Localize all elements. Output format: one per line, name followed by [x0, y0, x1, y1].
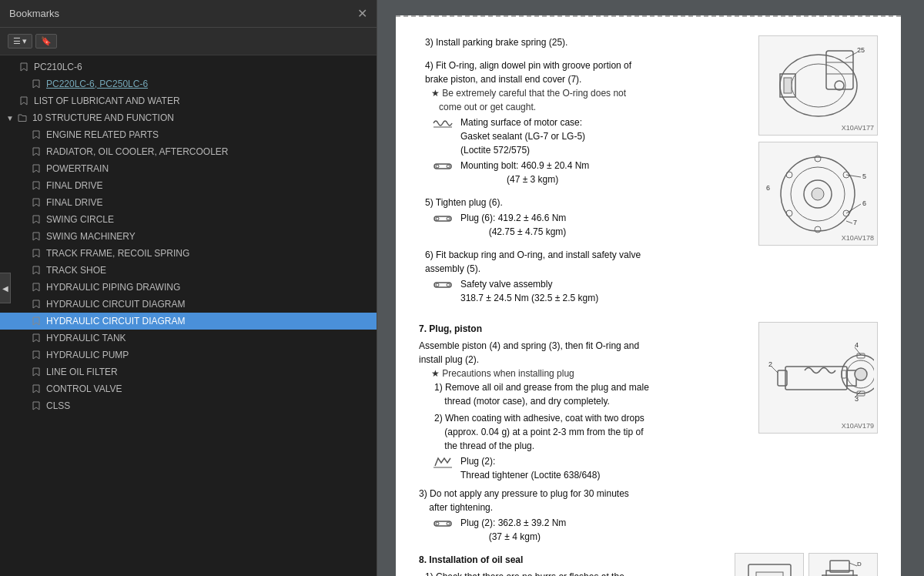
image3-label: X10AV177 [842, 123, 874, 134]
bookmark-item-pc210lc6[interactable]: PC210LC-6 [0, 59, 377, 75]
svg-text:D: D [857, 561, 862, 568]
bookmark-label-swingcircle: SWING CIRCLE [46, 214, 114, 225]
bookmark-item-controlvalve[interactable]: CONTROL VALVE [0, 380, 377, 397]
step7-intro: Assemble piston (4) and spring (3), then… [419, 339, 746, 367]
step-5: 5) Tighten plug (6). Plug (6): 419.2 ± 4… [419, 196, 746, 239]
bookmark-item-hydrauliccircuit2[interactable]: HYDRAULIC CIRCUIT DIAGRAM [0, 313, 377, 330]
bookmark-icon-lineoilfilter [31, 367, 42, 377]
svg-line-35 [846, 204, 861, 213]
spec-torque-7-text: Plug (2): 362.8 ± 39.2 Nm (37 ± 4 kgm) [460, 516, 746, 544]
bookmarks-list[interactable]: PC210LC-6PC220LC-6, PC250LC-6LIST OF LUB… [0, 55, 377, 576]
bookmark-label-trackshoe: TRACK SHOE [46, 265, 106, 276]
step8-text: 8. Installation of oil seal 1) Check tha… [419, 553, 722, 576]
bookmark-icon-hydraulicpump [31, 350, 42, 360]
bookmark-label-controlvalve: CONTROL VALVE [46, 383, 122, 394]
bookmark-label-trackframe: TRACK FRAME, RECOIL SPRING [46, 248, 189, 259]
bookmark-item-pc220lc6[interactable]: PC220LC-6, PC250LC-6 [0, 75, 377, 92]
bookmark-item-swingmachinery[interactable]: SWING MACHINERY [0, 228, 377, 245]
image7-label: X10AV179 [842, 421, 874, 432]
torque-icon-4 [431, 159, 454, 174]
bookmark-item-engine[interactable]: ENGINE RELATED PARTS [0, 126, 377, 143]
bookmark-item-hydrauliccircuit1[interactable]: HYDRAULIC CIRCUIT DIAGRAM [0, 296, 377, 313]
bookmark-icon-radiator [31, 146, 42, 157]
page-body: 3) Install parking brake spring (25). 4)… [396, 15, 901, 576]
step6-title: 6) Fit backup ring and O-ring, and insta… [425, 248, 746, 276]
svg-point-32 [786, 210, 792, 216]
dropdown-arrow-icon: ▾ [22, 36, 27, 46]
bookmark-label-pc220lc6: PC220LC-6, PC250LC-6 [46, 79, 148, 89]
step7-sub1: 1) Remove all oil and grease from the pl… [434, 380, 746, 408]
bookmark-add-button[interactable]: 🔖 [35, 34, 57, 49]
bookmark-icon-finaldrive2 [31, 197, 42, 208]
bookmarks-header: Bookmarks ✕ [0, 0, 377, 28]
sealant-icon [431, 116, 454, 131]
svg-point-3 [447, 165, 450, 168]
svg-text:7: 7 [853, 219, 857, 226]
bookmark-icon: 🔖 [41, 36, 52, 46]
bookmark-item-hydraulicpump[interactable]: HYDRAULIC PUMP [0, 347, 377, 363]
adhesive-icon [431, 454, 454, 470]
bookmark-label-clss: CLSS [46, 400, 70, 411]
step8-image-left: Coat with two drops of adhesive [735, 553, 804, 576]
bookmark-icon-finaldrive1 [31, 180, 42, 191]
bookmark-item-lubricant[interactable]: LIST OF LUBRICANT AND WATER [0, 92, 377, 109]
bookmark-icon-clss [31, 400, 42, 411]
bookmark-item-lineoilfilter[interactable]: LINE OIL FILTER [0, 363, 377, 380]
svg-text:6: 6 [862, 199, 866, 207]
bookmark-label-swingmachinery: SWING MACHINERY [46, 231, 136, 242]
svg-rect-44 [785, 367, 847, 390]
svg-point-40 [447, 522, 450, 525]
bookmark-item-hydraulicpiping[interactable]: HYDRAULIC PIPING DRAWING [0, 279, 377, 296]
svg-point-6 [447, 217, 450, 220]
bookmark-label-lineoilfilter: LINE OIL FILTER [46, 367, 118, 377]
spec-torque-6: Safety valve assembly318.7 ± 24.5 Nm (32… [431, 277, 746, 305]
bookmark-icon-swingcircle [31, 214, 42, 225]
bookmark-icon-pc220lc6 [31, 79, 42, 89]
bookmarks-panel: Bookmarks ✕ ☰ ▾ 🔖 PC210LC-6PC220LC-6, PC… [0, 0, 377, 576]
bookmark-item-powertrain[interactable]: POWERTRAIN [0, 160, 377, 177]
bookmark-item-trackframe[interactable]: TRACK FRAME, RECOIL SPRING [0, 245, 377, 262]
bookmark-item-structure[interactable]: ▼10 STRUCTURE AND FUNCTION [0, 109, 377, 126]
bookmark-label-powertrain: POWERTRAIN [46, 163, 109, 174]
bookmark-item-finaldrive2[interactable]: FINAL DRIVE [0, 194, 377, 211]
bookmark-item-radiator[interactable]: RADIATOR, OIL COOLER, AFTERCOOLER [0, 143, 377, 160]
close-button[interactable]: ✕ [357, 8, 367, 20]
step7-section: 7. Plug, piston Assemble piston (4) and … [419, 322, 878, 545]
svg-text:5: 5 [862, 172, 866, 180]
svg-point-31 [815, 226, 821, 233]
panel-collapse-button[interactable]: ◀ [0, 273, 11, 303]
bookmark-item-trackshoe[interactable]: TRACK SHOE [0, 262, 377, 279]
svg-point-12 [792, 64, 845, 107]
svg-point-8 [436, 283, 439, 286]
svg-point-5 [436, 217, 439, 220]
svg-line-36 [846, 221, 852, 223]
bookmark-item-swingcircle[interactable]: SWING CIRCLE [0, 211, 377, 228]
svg-point-33 [786, 172, 792, 178]
steps-images-col: 25 X10AV177 [758, 35, 878, 314]
spec-torque-4-text: Mounting bolt: 460.9 ± 20.4 Nm (47 ± 3 k… [460, 159, 746, 186]
svg-point-16 [835, 81, 844, 90]
bookmark-label-hydraulicpiping: HYDRAULIC PIPING DRAWING [46, 282, 180, 293]
svg-text:6: 6 [766, 184, 770, 192]
step3-title: 3) Install parking brake spring (25). [425, 35, 746, 49]
view-options-button[interactable]: ☰ ▾ [8, 34, 32, 49]
bookmark-item-clss[interactable]: CLSS [0, 397, 377, 414]
step8-image-right: D 48 [808, 553, 878, 576]
bookmark-icon-hydrauliccircuit2 [31, 316, 42, 327]
step7-note2: 3) Do not apply any pressure to plug for… [419, 487, 746, 514]
svg-point-28 [815, 156, 821, 162]
svg-point-39 [436, 522, 439, 525]
bookmark-icon-engine [31, 129, 42, 140]
bookmark-label-hydraulictank: HYDRAULIC TANK [46, 333, 126, 343]
torque-icon-5 [431, 211, 454, 226]
bookmark-item-hydraulictank[interactable]: HYDRAULIC TANK [0, 330, 377, 347]
bookmark-label-lubricant: LIST OF LUBRICANT AND WATER [34, 95, 180, 106]
bookmark-label-structure: 10 STRUCTURE AND FUNCTION [32, 112, 174, 123]
bookmarks-toolbar: ☰ ▾ 🔖 [0, 28, 377, 55]
svg-line-56 [772, 367, 778, 373]
spec-adhesive-7-text: Plug (2):Thread tightener (Loctite 638/6… [460, 454, 746, 482]
step-3: 3) Install parking brake spring (25). [419, 35, 746, 49]
torque-icon-6 [431, 277, 454, 293]
bookmark-item-finaldrive1[interactable]: FINAL DRIVE [0, 177, 377, 194]
spec-torque-4: Mounting bolt: 460.9 ± 20.4 Nm (47 ± 3 k… [431, 159, 746, 186]
